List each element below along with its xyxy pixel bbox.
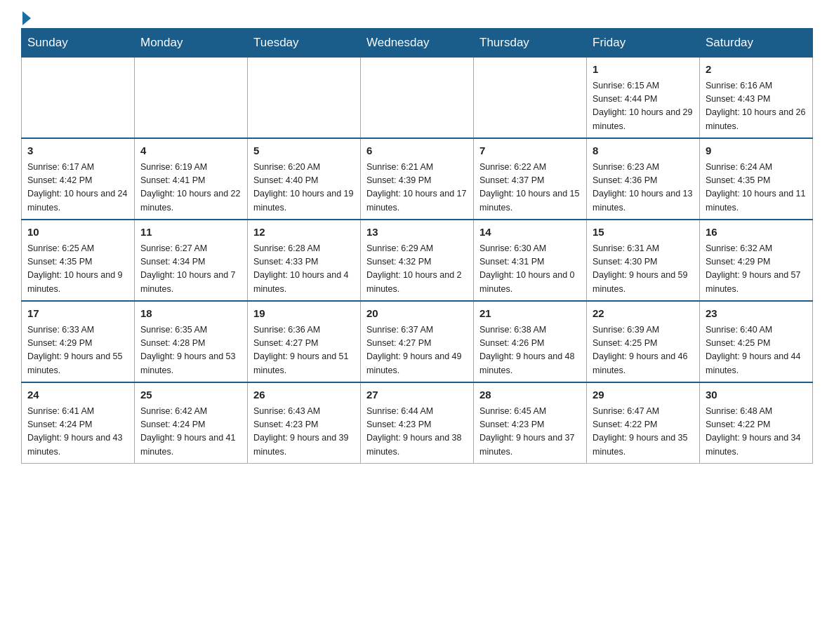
day-info: Sunrise: 6:33 AMSunset: 4:29 PMDaylight:… [27,323,128,378]
calendar-cell: 18Sunrise: 6:35 AMSunset: 4:28 PMDayligh… [135,301,248,382]
calendar-cell: 17Sunrise: 6:33 AMSunset: 4:29 PMDayligh… [22,301,135,382]
calendar-cell [135,58,248,139]
calendar-cell: 26Sunrise: 6:43 AMSunset: 4:23 PMDayligh… [248,382,361,464]
day-info: Sunrise: 6:20 AMSunset: 4:40 PMDaylight:… [253,161,355,215]
calendar-cell [361,58,474,139]
calendar-cell: 16Sunrise: 6:32 AMSunset: 4:29 PMDayligh… [700,220,813,301]
day-number: 2 [706,62,807,78]
calendar-table: SundayMondayTuesdayWednesdayThursdayFrid… [21,28,813,464]
day-info: Sunrise: 6:21 AMSunset: 4:39 PMDaylight:… [366,161,468,215]
day-number: 3 [27,143,128,159]
day-info: Sunrise: 6:41 AMSunset: 4:24 PMDaylight:… [27,405,128,459]
calendar-cell: 11Sunrise: 6:27 AMSunset: 4:34 PMDayligh… [135,220,248,301]
weekday-header-thursday: Thursday [474,29,587,58]
calendar-cell: 30Sunrise: 6:48 AMSunset: 4:22 PMDayligh… [700,382,813,464]
day-number: 19 [253,306,355,322]
weekday-header-friday: Friday [587,29,700,58]
logo-arrow-icon [22,11,31,25]
weekday-header-sunday: Sunday [22,29,135,58]
calendar-cell: 10Sunrise: 6:25 AMSunset: 4:35 PMDayligh… [22,220,135,301]
day-info: Sunrise: 6:15 AMSunset: 4:44 PMDaylight:… [593,79,694,134]
day-info: Sunrise: 6:45 AMSunset: 4:23 PMDaylight:… [479,405,581,459]
day-info: Sunrise: 6:40 AMSunset: 4:25 PMDaylight:… [706,323,807,378]
calendar-cell: 21Sunrise: 6:38 AMSunset: 4:26 PMDayligh… [474,301,587,382]
calendar-cell: 2Sunrise: 6:16 AMSunset: 4:43 PMDaylight… [700,58,813,139]
day-info: Sunrise: 6:30 AMSunset: 4:31 PMDaylight:… [479,242,581,297]
calendar-week-row: 10Sunrise: 6:25 AMSunset: 4:35 PMDayligh… [22,220,813,301]
calendar-cell: 20Sunrise: 6:37 AMSunset: 4:27 PMDayligh… [361,301,474,382]
day-info: Sunrise: 6:47 AMSunset: 4:22 PMDaylight:… [593,405,694,459]
day-number: 22 [593,306,694,322]
day-number: 5 [253,143,355,159]
weekday-header-wednesday: Wednesday [361,29,474,58]
day-info: Sunrise: 6:35 AMSunset: 4:28 PMDaylight:… [140,323,241,378]
day-number: 13 [366,224,468,241]
day-info: Sunrise: 6:19 AMSunset: 4:41 PMDaylight:… [140,161,241,215]
calendar-cell: 22Sunrise: 6:39 AMSunset: 4:25 PMDayligh… [587,301,700,382]
day-info: Sunrise: 6:37 AMSunset: 4:27 PMDaylight:… [366,323,468,378]
day-number: 24 [27,387,128,403]
day-info: Sunrise: 6:32 AMSunset: 4:29 PMDaylight:… [706,242,807,297]
logo [21,14,32,21]
day-info: Sunrise: 6:42 AMSunset: 4:24 PMDaylight:… [140,405,241,459]
day-number: 10 [27,224,128,241]
day-number: 7 [479,143,581,159]
day-number: 11 [140,224,241,241]
day-number: 17 [27,306,128,322]
day-number: 25 [140,387,241,403]
day-info: Sunrise: 6:48 AMSunset: 4:22 PMDaylight:… [706,405,807,459]
day-number: 15 [593,224,694,241]
weekday-header-monday: Monday [135,29,248,58]
day-number: 20 [366,306,468,322]
day-number: 16 [706,224,807,241]
day-info: Sunrise: 6:23 AMSunset: 4:36 PMDaylight:… [593,161,694,215]
day-number: 9 [706,143,807,159]
day-number: 12 [253,224,355,241]
day-info: Sunrise: 6:24 AMSunset: 4:35 PMDaylight:… [706,161,807,215]
day-number: 30 [706,387,807,403]
calendar-cell: 12Sunrise: 6:28 AMSunset: 4:33 PMDayligh… [248,220,361,301]
weekday-header-row: SundayMondayTuesdayWednesdayThursdayFrid… [22,29,813,58]
calendar-week-row: 3Sunrise: 6:17 AMSunset: 4:42 PMDaylight… [22,138,813,220]
day-info: Sunrise: 6:22 AMSunset: 4:37 PMDaylight:… [479,161,581,215]
day-info: Sunrise: 6:43 AMSunset: 4:23 PMDaylight:… [253,405,355,459]
day-info: Sunrise: 6:44 AMSunset: 4:23 PMDaylight:… [366,405,468,459]
calendar-cell: 3Sunrise: 6:17 AMSunset: 4:42 PMDaylight… [22,138,135,220]
calendar-cell: 24Sunrise: 6:41 AMSunset: 4:24 PMDayligh… [22,382,135,464]
calendar-cell: 7Sunrise: 6:22 AMSunset: 4:37 PMDaylight… [474,138,587,220]
day-info: Sunrise: 6:28 AMSunset: 4:33 PMDaylight:… [253,242,355,297]
calendar-cell: 9Sunrise: 6:24 AMSunset: 4:35 PMDaylight… [700,138,813,220]
calendar-week-row: 24Sunrise: 6:41 AMSunset: 4:24 PMDayligh… [22,382,813,464]
calendar-cell: 27Sunrise: 6:44 AMSunset: 4:23 PMDayligh… [361,382,474,464]
day-number: 1 [593,62,694,78]
weekday-header-saturday: Saturday [700,29,813,58]
day-info: Sunrise: 6:16 AMSunset: 4:43 PMDaylight:… [706,79,807,134]
day-number: 23 [706,306,807,322]
calendar-cell: 28Sunrise: 6:45 AMSunset: 4:23 PMDayligh… [474,382,587,464]
day-number: 4 [140,143,241,159]
day-info: Sunrise: 6:38 AMSunset: 4:26 PMDaylight:… [479,323,581,378]
day-number: 8 [593,143,694,159]
day-info: Sunrise: 6:25 AMSunset: 4:35 PMDaylight:… [27,242,128,297]
calendar-cell: 4Sunrise: 6:19 AMSunset: 4:41 PMDaylight… [135,138,248,220]
day-number: 26 [253,387,355,403]
calendar-cell [248,58,361,139]
calendar-cell [474,58,587,139]
day-info: Sunrise: 6:29 AMSunset: 4:32 PMDaylight:… [366,242,468,297]
day-info: Sunrise: 6:17 AMSunset: 4:42 PMDaylight:… [27,161,128,215]
day-info: Sunrise: 6:31 AMSunset: 4:30 PMDaylight:… [593,242,694,297]
calendar-cell: 5Sunrise: 6:20 AMSunset: 4:40 PMDaylight… [248,138,361,220]
calendar-cell: 13Sunrise: 6:29 AMSunset: 4:32 PMDayligh… [361,220,474,301]
page-header [21,14,813,21]
day-info: Sunrise: 6:36 AMSunset: 4:27 PMDaylight:… [253,323,355,378]
calendar-cell: 25Sunrise: 6:42 AMSunset: 4:24 PMDayligh… [135,382,248,464]
calendar-cell: 6Sunrise: 6:21 AMSunset: 4:39 PMDaylight… [361,138,474,220]
day-number: 28 [479,387,581,403]
calendar-cell [22,58,135,139]
calendar-cell: 19Sunrise: 6:36 AMSunset: 4:27 PMDayligh… [248,301,361,382]
day-number: 14 [479,224,581,241]
day-info: Sunrise: 6:39 AMSunset: 4:25 PMDaylight:… [593,323,694,378]
calendar-cell: 1Sunrise: 6:15 AMSunset: 4:44 PMDaylight… [587,58,700,139]
calendar-cell: 8Sunrise: 6:23 AMSunset: 4:36 PMDaylight… [587,138,700,220]
calendar-cell: 23Sunrise: 6:40 AMSunset: 4:25 PMDayligh… [700,301,813,382]
